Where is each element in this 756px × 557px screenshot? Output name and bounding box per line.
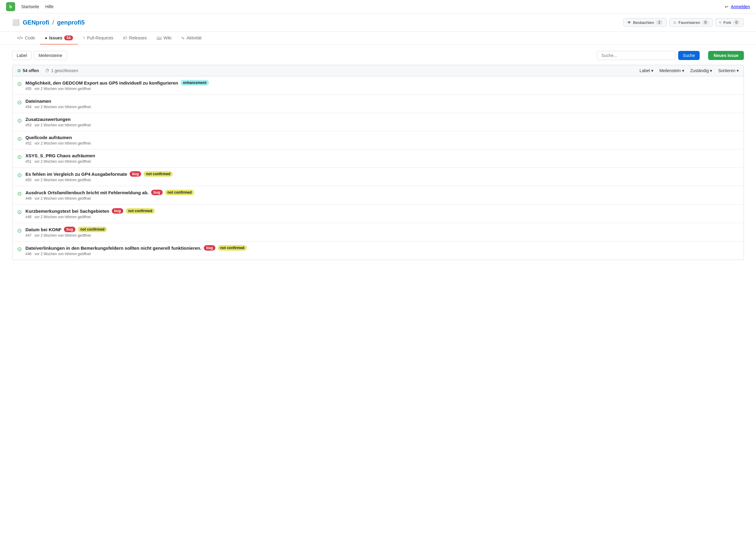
- milestones-filter-button[interactable]: Meilensteine: [34, 51, 67, 60]
- issue-title-link[interactable]: Es fehlen im Vergleich zu GP4 Ausgabefor…: [26, 172, 127, 177]
- issue-title-link[interactable]: Dateinamen: [26, 98, 51, 104]
- label-badge: not confirmed: [218, 245, 247, 251]
- fork-icon: ⑂: [719, 20, 722, 25]
- issue-meta: #53 vor 2 Wochen von hthimm geöffnet: [26, 123, 739, 127]
- issue-title-link[interactable]: Zusatzauswertungen: [26, 117, 70, 122]
- repo-icon: ⬜: [12, 19, 20, 26]
- issue-open-icon: ⊙: [17, 154, 22, 160]
- issue-title-row: Kurzbemerkungstext bei Sachgebieten bugn…: [26, 208, 739, 214]
- new-issue-button[interactable]: Neues Issue: [708, 51, 744, 60]
- topnav-links: Startseite Hilfe: [21, 4, 54, 9]
- issue-content: Dateinamen #54 vor 2 Wochen von hthimm g…: [26, 98, 739, 109]
- assignee-dropdown-icon: ▾: [710, 68, 712, 73]
- issue-open-icon: ⊙: [17, 227, 22, 234]
- issue-title-link[interactable]: Datum bei KONF: [26, 227, 62, 232]
- fork-label: Fork: [723, 20, 731, 25]
- tab-aktivitat[interactable]: ∿ Aktivität: [176, 32, 206, 45]
- tab-releases[interactable]: 🏷 Releases: [118, 32, 152, 45]
- fork-count: 0: [733, 20, 740, 25]
- watch-button[interactable]: 👁 Beobachten 2: [623, 18, 667, 27]
- tab-pull-requests[interactable]: ⑂ Pull-Requests: [78, 32, 118, 45]
- app-logo[interactable]: b: [6, 2, 15, 11]
- issue-row: ⊙ Es fehlen im Vergleich zu GP4 Ausgabef…: [12, 167, 744, 186]
- open-issues-button[interactable]: ⊙ 54 offen: [17, 68, 39, 73]
- label-badge: bug: [151, 190, 163, 195]
- issue-title-link[interactable]: Ausdruck Ortsfamilienbuch bricht mit Feh…: [26, 190, 149, 195]
- issue-content: Zusatzauswertungen #53 vor 2 Wochen von …: [26, 117, 739, 127]
- tab-wiki[interactable]: 📖 Wiki: [152, 32, 176, 45]
- nav-hilfe[interactable]: Hilfe: [45, 4, 54, 9]
- topnav-right: ↩ Anmelden: [725, 4, 750, 9]
- issue-open-icon: ⊙: [17, 81, 22, 87]
- repo-name-link[interactable]: genprofi5: [57, 19, 85, 26]
- label-badge: bug: [130, 171, 141, 177]
- code-icon: </>: [17, 35, 23, 40]
- issue-open-icon: ⊙: [17, 117, 22, 124]
- issue-meta: #49 vor 2 Wochen von hthimm geöffnet: [26, 196, 739, 201]
- closed-issues-button[interactable]: ⏱ 1 geschlossen: [45, 68, 78, 73]
- issues-filter-dropdowns: Label ▾ Meilenstein ▾ Zuständig ▾ Sortie…: [640, 68, 739, 73]
- issue-title-link[interactable]: XSYS_S_PRG Chaos aufräumen: [26, 153, 95, 158]
- label-filter-button[interactable]: Label: [12, 51, 32, 60]
- issue-title-link[interactable]: Möglichkeit, den GEDCOM Export aus GP5 i…: [26, 80, 178, 85]
- issue-title-link[interactable]: Quellcode aufräumen: [26, 135, 72, 140]
- search-input[interactable]: [597, 51, 676, 60]
- tab-nav: </> Code ● Issues 54 ⑂ Pull-Requests 🏷 R…: [0, 32, 756, 45]
- issue-title-link[interactable]: Dateiverlinkungen in den Bemerkungsfelde…: [26, 245, 201, 251]
- issue-open-icon: ⊙: [17, 209, 22, 215]
- issue-row: ⊙ Quellcode aufräumen #52 vor 2 Wochen v…: [12, 131, 744, 149]
- tab-pr-label: Pull-Requests: [87, 35, 113, 40]
- milestone-dropdown[interactable]: Meilenstein ▾: [659, 68, 684, 73]
- milestone-dropdown-label: Meilenstein: [659, 68, 681, 73]
- repo-owner-link[interactable]: GENprofi: [23, 19, 50, 26]
- label-badge: not confirmed: [78, 227, 107, 232]
- issue-meta: #54 vor 2 Wochen von hthimm geöffnet: [26, 105, 739, 109]
- assignee-dropdown[interactable]: Zuständig ▾: [690, 68, 712, 73]
- issue-meta: #51 vor 2 Wochen von hthimm geöffnet: [26, 159, 739, 164]
- issues-list: ⊙ Möglichkeit, den GEDCOM Export aus GP5…: [12, 76, 744, 260]
- issue-open-icon: ⊙: [17, 246, 22, 253]
- milestone-dropdown-icon: ▾: [682, 68, 684, 73]
- issue-title-link[interactable]: Kurzbemerkungstext bei Sachgebieten: [26, 208, 109, 214]
- issue-title-row: XSYS_S_PRG Chaos aufräumen: [26, 153, 739, 158]
- issue-open-icon: ⊙: [17, 172, 22, 178]
- nav-startseite[interactable]: Startseite: [21, 4, 39, 9]
- issue-row: ⊙ XSYS_S_PRG Chaos aufräumen #51 vor 2 W…: [12, 149, 744, 167]
- issue-row: ⊙ Datum bei KONF bugnot confirmed #47 vo…: [12, 223, 744, 241]
- logo-text: b: [9, 4, 12, 9]
- search-button[interactable]: Suche: [678, 51, 700, 60]
- issue-meta: #52 vor 2 Wochen von hthimm geöffnet: [26, 141, 739, 145]
- issue-row: ⊙ Dateinamen #54 vor 2 Wochen von hthimm…: [12, 94, 744, 113]
- label-dropdown[interactable]: Label ▾: [640, 68, 653, 73]
- issue-meta: #55 vor 2 Wochen von hthimm geöffnet: [26, 87, 739, 91]
- label-badge: not confirmed: [144, 171, 172, 177]
- content-area: Label Meilensteine Suche Neues Issue ⊙ 5…: [0, 45, 756, 266]
- issue-title-row: Dateiverlinkungen in den Bemerkungsfelde…: [26, 245, 739, 251]
- star-label: Favorisieren: [679, 20, 700, 25]
- issue-meta: #50 vor 2 Wochen von hthimm geöffnet: [26, 178, 739, 182]
- issue-open-icon: ⊙: [17, 190, 22, 197]
- fork-button[interactable]: ⑂ Fork 0: [715, 18, 744, 27]
- issue-content: Datum bei KONF bugnot confirmed #47 vor …: [26, 227, 739, 238]
- tab-issues[interactable]: ● Issues 54: [40, 32, 78, 45]
- star-button[interactable]: ☆ Favorisieren 0: [669, 18, 713, 27]
- issue-row: ⊙ Ausdruck Ortsfamilienbuch bricht mit F…: [12, 186, 744, 204]
- label-dropdown-icon: ▾: [651, 68, 653, 73]
- search-area: Suche: [597, 51, 700, 60]
- label-badge: bug: [112, 208, 123, 214]
- issue-row: ⊙ Zusatzauswertungen #53 vor 2 Wochen vo…: [12, 113, 744, 131]
- issue-open-icon: ⊙: [17, 99, 22, 106]
- sort-dropdown[interactable]: Sortieren ▾: [718, 68, 739, 73]
- login-link[interactable]: Anmelden: [731, 4, 750, 9]
- tab-code[interactable]: </> Code: [12, 32, 40, 45]
- eye-icon: 👁: [627, 20, 631, 25]
- issue-title-row: Ausdruck Ortsfamilienbuch bricht mit Feh…: [26, 190, 739, 195]
- repo-separator: /: [53, 19, 54, 26]
- issue-row: ⊙ Kurzbemerkungstext bei Sachgebieten bu…: [12, 204, 744, 223]
- issue-content: Ausdruck Ortsfamilienbuch bricht mit Feh…: [26, 190, 739, 201]
- issue-open-icon: ⊙: [17, 136, 22, 142]
- issue-meta: #48 vor 2 Wochen von hthimm geöffnet: [26, 215, 739, 219]
- issue-title-row: Dateinamen: [26, 98, 739, 104]
- issues-list-header: ⊙ 54 offen ⏱ 1 geschlossen Label ▾ Meile…: [12, 65, 744, 76]
- issue-title-row: Es fehlen im Vergleich zu GP4 Ausgabefor…: [26, 171, 739, 177]
